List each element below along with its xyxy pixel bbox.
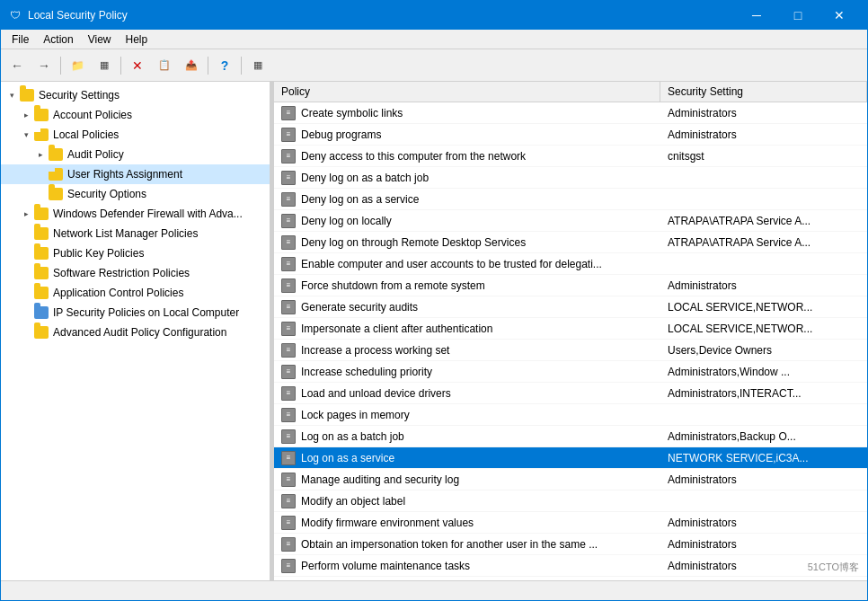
list-cell-security: [660, 167, 867, 188]
list-row[interactable]: Enable computer and user accounts to be …: [274, 253, 867, 275]
tree-label-account-policies: Account Policies: [53, 109, 132, 121]
properties-button[interactable]: 📋: [152, 53, 177, 78]
tree-icon-network-list: [33, 225, 49, 242]
policy-icon: [281, 559, 296, 573]
help-button[interactable]: ?: [212, 53, 237, 78]
list-row[interactable]: Log on as a batch jobAdministrators,Back…: [274, 426, 867, 447]
list-row[interactable]: Deny log on as a batch job: [274, 167, 867, 189]
list-row[interactable]: Modify firmware environment valuesAdmini…: [274, 512, 867, 534]
tree-expand-local-policies[interactable]: ▾: [19, 128, 33, 142]
app-icon: 🛡: [8, 8, 22, 22]
close-button[interactable]: ✕: [819, 1, 860, 30]
list-row[interactable]: Manage auditing and security logAdminist…: [274, 469, 867, 491]
list-row[interactable]: Increase scheduling priorityAdministrato…: [274, 361, 867, 383]
policy-text: Manage auditing and security log: [301, 473, 459, 486]
list-cell-security: [660, 189, 867, 209]
list-cell-policy: Obtain an impersonation token for anothe…: [274, 534, 660, 554]
tree-label-audit-policy: Audit Policy: [67, 148, 124, 161]
tree-item-advanced-audit[interactable]: Advanced Audit Policy Configuration: [1, 323, 270, 342]
list-cell-security: Administrators: [660, 512, 867, 533]
policy-text: Deny access to this computer from the ne…: [301, 150, 526, 163]
tree-item-security-settings[interactable]: ▾Security Settings: [1, 85, 270, 105]
list-row[interactable]: Create symbolic linksAdministrators: [274, 102, 867, 124]
list-cell-policy: Log on as a batch job: [274, 426, 660, 446]
tree-label-ip-security: IP Security Policies on Local Computer: [53, 306, 239, 319]
status-bar: [1, 580, 867, 600]
tree-icon-security-settings: [19, 87, 35, 103]
tree-label-software-restriction: Software Restriction Policies: [53, 267, 190, 279]
tree-item-local-policies[interactable]: ▾Local Policies: [1, 125, 270, 145]
show-folder-button[interactable]: 📁: [65, 53, 90, 78]
forward-button[interactable]: →: [31, 53, 57, 78]
tree-item-audit-policy[interactable]: ▸Audit Policy: [1, 145, 270, 164]
tree-item-user-rights-assignment[interactable]: User Rights Assignment: [1, 164, 270, 184]
tree-item-account-policies[interactable]: ▸Account Policies: [1, 105, 270, 125]
delete-button[interactable]: ✕: [125, 53, 150, 78]
tree-expand-security-options: [33, 187, 48, 201]
menu-item-file[interactable]: File: [4, 31, 36, 48]
list-row[interactable]: Deny access to this computer from the ne…: [274, 146, 867, 167]
list-row[interactable]: Increase a process working setUsers,Devi…: [274, 340, 867, 361]
console-button[interactable]: ▦: [92, 53, 117, 78]
tree-item-app-control[interactable]: Application Control Policies: [1, 283, 270, 303]
list-row[interactable]: Debug programsAdministrators: [274, 124, 867, 146]
tree-icon-ip-security: [33, 305, 49, 321]
policy-text: Log on as a service: [301, 452, 394, 464]
list-cell-policy: Force shutdown from a remote system: [274, 275, 660, 296]
toolbar-sep-4: [241, 57, 242, 75]
list-row[interactable]: Impersonate a client after authenticatio…: [274, 318, 867, 340]
column-header-security[interactable]: Security Setting: [660, 82, 867, 102]
policy-text: Load and unload device drivers: [301, 387, 451, 400]
list-cell-security: Administrators: [660, 555, 867, 576]
list-row[interactable]: Obtain an impersonation token for anothe…: [274, 534, 867, 555]
list-row[interactable]: Modify an object label: [274, 491, 867, 512]
list-row[interactable]: Log on as a serviceNETWORK SERVICE,iC3A.…: [274, 447, 867, 469]
export-button[interactable]: 📤: [179, 53, 204, 78]
tree-expand-security-settings[interactable]: ▾: [4, 88, 19, 102]
maximize-button[interactable]: □: [777, 1, 819, 30]
list-row[interactable]: Generate security auditsLOCAL SERVICE,NE…: [274, 296, 867, 318]
tree-panel: ▾Security Settings▸Account Policies▾Loca…: [1, 82, 270, 580]
tree-item-ip-security[interactable]: IP Security Policies on Local Computer: [1, 303, 270, 323]
policy-icon: [281, 128, 296, 142]
policy-text: Force shutdown from a remote system: [301, 279, 485, 292]
tree-icon-user-rights-assignment: [48, 166, 64, 182]
menu-item-action[interactable]: Action: [36, 31, 80, 48]
list-cell-policy: Deny log on through Remote Desktop Servi…: [274, 232, 660, 252]
tree-item-network-list[interactable]: Network List Manager Policies: [1, 224, 270, 243]
list-row[interactable]: Force shutdown from a remote systemAdmin…: [274, 275, 867, 296]
tree-icon-public-key: [33, 245, 49, 261]
list-row[interactable]: Deny log on as a service: [274, 189, 867, 210]
list-row[interactable]: Load and unload device driversAdministra…: [274, 383, 867, 404]
tree-item-software-restriction[interactable]: Software Restriction Policies: [1, 263, 270, 283]
tree-icon-advanced-audit: [33, 324, 49, 340]
list-row[interactable]: Deny log on through Remote Desktop Servi…: [274, 232, 867, 253]
toolbar: ← → 📁 ▦ ✕ 📋 📤 ? ▦: [1, 49, 867, 82]
menu-bar: FileActionViewHelp: [1, 30, 867, 49]
list-row[interactable]: Deny log on locallyATRAPA\ATRAPA Service…: [274, 210, 867, 232]
policy-text: Deny log on locally: [301, 215, 392, 227]
tree-expand-windows-defender[interactable]: ▸: [19, 207, 33, 221]
list-cell-security: Administrators: [660, 275, 867, 296]
menu-item-help[interactable]: Help: [119, 31, 155, 48]
tree-item-security-options[interactable]: Security Options: [1, 184, 270, 204]
tree-item-public-key[interactable]: Public Key Policies: [1, 243, 270, 263]
list-row[interactable]: Perform volume maintenance tasksAdminist…: [274, 555, 867, 577]
back-button[interactable]: ←: [4, 53, 30, 78]
tree-expand-account-policies[interactable]: ▸: [19, 108, 33, 122]
policy-icon: [281, 451, 296, 465]
column-header-policy[interactable]: Policy: [274, 82, 660, 102]
minimize-button[interactable]: ─: [736, 1, 777, 30]
policy-icon: [281, 408, 296, 422]
list-cell-policy: Modify an object label: [274, 491, 660, 511]
policy-icon: [281, 473, 296, 487]
view-button[interactable]: ▦: [245, 53, 270, 78]
policy-text: Deny log on as a batch job: [301, 172, 429, 184]
policy-icon: [281, 494, 296, 508]
tree-expand-audit-policy[interactable]: ▸: [33, 147, 48, 162]
list-cell-security: Users,Device Owners: [660, 340, 867, 360]
list-row[interactable]: Lock pages in memory: [274, 404, 867, 426]
menu-item-view[interactable]: View: [81, 31, 119, 48]
list-cell-policy: Perform volume maintenance tasks: [274, 555, 660, 576]
tree-item-windows-defender[interactable]: ▸Windows Defender Firewall with Adva...: [1, 204, 270, 224]
